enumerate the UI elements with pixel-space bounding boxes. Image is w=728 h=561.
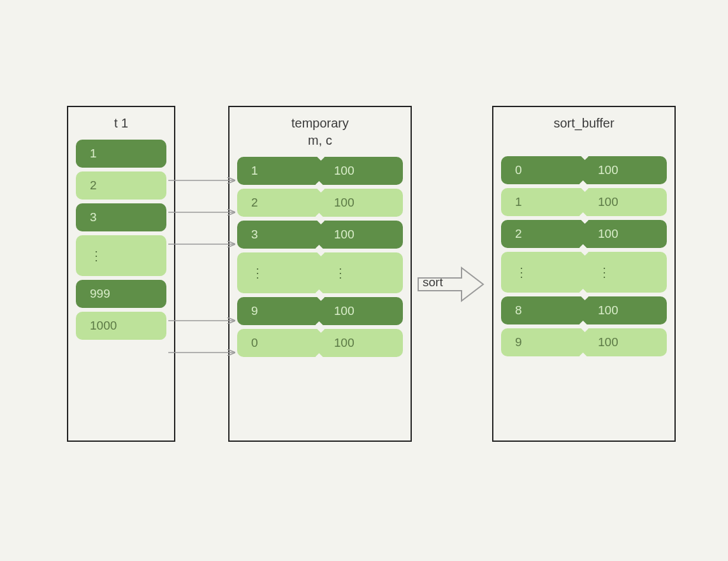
sortbuf-cell-m: 2 [501,220,584,248]
sortbuf-cell-c: 100 [584,296,667,324]
sortbuf-row: 9 100 [501,328,667,356]
temporary-cell-c: 100 [320,157,403,185]
temporary-row: 2 100 [237,189,403,217]
panel-t1-title: t 1 [68,107,174,136]
sortbuf-row: 2 100 [501,220,667,248]
sortbuf-ellipsis: ⋮ [501,252,584,293]
sortbuf-row: 1 100 [501,188,667,216]
temporary-row: 3 100 [237,221,403,249]
temporary-cell-m: 1 [237,157,320,185]
temporary-cell-m: 9 [237,297,320,325]
sortbuf-cell-m: 8 [501,296,584,324]
t1-row: 999 [76,280,166,308]
temporary-ellipsis-row: ⋮ ⋮ [237,252,403,293]
temporary-row: 0 100 [237,329,403,357]
t1-row: 3 [76,203,166,231]
t1-cell: 999 [90,287,110,301]
t1-row: 2 [76,171,166,200]
t1-cell: 1 [90,147,97,161]
t1-row: 1000 [76,312,166,340]
sort-arrow-label: sort [423,275,443,289]
sortbuf-cell-m: 1 [501,188,584,216]
panel-t1-rows: 1 2 3 ⋮ 999 1000 [68,136,174,340]
temporary-cell-m: 3 [237,221,320,249]
temporary-row: 9 100 [237,297,403,325]
temporary-cell-m: 2 [237,189,320,217]
panel-temporary-title: temporary m, c [229,107,411,153]
sortbuf-row: 0 100 [501,156,667,184]
temporary-ellipsis: ⋮ [320,252,403,293]
t1-cell: 2 [90,178,97,193]
sortbuf-ellipsis-row: ⋮ ⋮ [501,252,667,293]
sortbuf-row: 8 100 [501,296,667,324]
t1-cell: 3 [90,210,97,224]
t1-ellipsis-row: ⋮ [76,235,166,276]
temporary-cell-m: 0 [237,329,320,357]
sortbuf-cell-m: 9 [501,328,584,356]
temporary-cell-c: 100 [320,221,403,249]
panel-t1: t 1 1 2 3 ⋮ 999 1000 [67,106,175,442]
panel-sort-buffer-title: sort_buffer [493,107,674,136]
t1-ellipsis: ⋮ [76,235,166,276]
temporary-cell-c: 100 [320,329,403,357]
sortbuf-cell-c: 100 [584,220,667,248]
sortbuf-cell-c: 100 [584,188,667,216]
temporary-ellipsis: ⋮ [237,252,320,293]
sortbuf-ellipsis: ⋮ [584,252,667,293]
sortbuf-cell-c: 100 [584,156,667,184]
t1-row: 1 [76,140,166,168]
panel-sort-buffer-rows: 0 100 1 100 2 100 ⋮ ⋮ 8 100 9 100 [493,152,674,356]
panel-temporary-rows: 1 100 2 100 3 100 ⋮ ⋮ 9 100 0 100 [229,153,411,357]
panel-sort-buffer: sort_buffer 0 100 1 100 2 100 ⋮ ⋮ 8 100 … [492,106,676,442]
temporary-cell-c: 100 [320,189,403,217]
panel-temporary: temporary m, c 1 100 2 100 3 100 ⋮ ⋮ 9 1… [228,106,412,442]
sortbuf-cell-m: 0 [501,156,584,184]
temporary-cell-c: 100 [320,297,403,325]
temporary-row: 1 100 [237,157,403,185]
t1-cell: 1000 [90,319,117,333]
sortbuf-cell-c: 100 [584,328,667,356]
